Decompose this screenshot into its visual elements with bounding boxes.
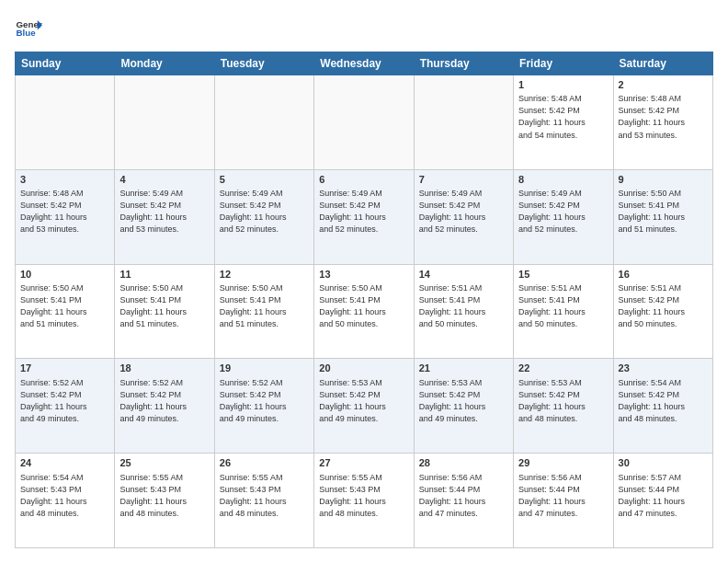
- calendar-cell: 21Sunrise: 5:53 AM Sunset: 5:42 PM Dayli…: [414, 359, 513, 454]
- day-info: Sunrise: 5:52 AM Sunset: 5:42 PM Dayligh…: [119, 377, 209, 425]
- day-number: 2: [619, 78, 708, 92]
- day-number: 18: [119, 362, 209, 375]
- day-number: 25: [119, 456, 209, 470]
- calendar-cell: 6Sunrise: 5:49 AM Sunset: 5:42 PM Daylig…: [314, 169, 414, 264]
- calendar-cell: 25Sunrise: 5:55 AM Sunset: 5:43 PM Dayli…: [115, 454, 214, 548]
- calendar-table: SundayMondayTuesdayWednesdayThursdayFrid…: [15, 52, 713, 548]
- calendar-cell: 22Sunrise: 5:53 AM Sunset: 5:42 PM Dayli…: [514, 359, 613, 454]
- day-info: Sunrise: 5:48 AM Sunset: 5:42 PM Dayligh…: [20, 188, 109, 236]
- calendar-week-row: 1Sunrise: 5:48 AM Sunset: 5:42 PM Daylig…: [16, 75, 713, 170]
- calendar-cell: 8Sunrise: 5:49 AM Sunset: 5:42 PM Daylig…: [514, 169, 613, 264]
- page-header: General Blue: [15, 15, 713, 42]
- weekday-header-monday: Monday: [115, 52, 214, 75]
- day-info: Sunrise: 5:56 AM Sunset: 5:44 PM Dayligh…: [419, 472, 508, 520]
- day-info: Sunrise: 5:54 AM Sunset: 5:43 PM Dayligh…: [20, 472, 109, 520]
- calendar-cell: 20Sunrise: 5:53 AM Sunset: 5:42 PM Dayli…: [314, 359, 414, 454]
- day-number: 11: [119, 268, 209, 282]
- calendar-cell: 7Sunrise: 5:49 AM Sunset: 5:42 PM Daylig…: [414, 169, 513, 264]
- calendar-cell: 30Sunrise: 5:57 AM Sunset: 5:44 PM Dayli…: [613, 454, 712, 548]
- calendar-cell: 27Sunrise: 5:55 AM Sunset: 5:43 PM Dayli…: [314, 454, 414, 548]
- day-number: 16: [619, 268, 708, 282]
- day-info: Sunrise: 5:53 AM Sunset: 5:42 PM Dayligh…: [419, 377, 508, 425]
- day-info: Sunrise: 5:55 AM Sunset: 5:43 PM Dayligh…: [119, 472, 209, 520]
- weekday-header-sunday: Sunday: [16, 52, 115, 75]
- day-number: 17: [20, 362, 109, 375]
- day-info: Sunrise: 5:50 AM Sunset: 5:41 PM Dayligh…: [20, 282, 109, 330]
- day-info: Sunrise: 5:53 AM Sunset: 5:42 PM Dayligh…: [319, 377, 408, 425]
- day-number: 28: [419, 456, 508, 470]
- svg-text:Blue: Blue: [17, 28, 37, 38]
- calendar-cell: 18Sunrise: 5:52 AM Sunset: 5:42 PM Dayli…: [115, 359, 214, 454]
- calendar-cell: 10Sunrise: 5:50 AM Sunset: 5:41 PM Dayli…: [16, 264, 115, 359]
- day-number: 6: [319, 173, 408, 187]
- calendar-cell: [16, 75, 115, 170]
- day-info: Sunrise: 5:51 AM Sunset: 5:42 PM Dayligh…: [619, 282, 708, 330]
- day-number: 27: [319, 456, 408, 470]
- day-number: 15: [518, 268, 608, 282]
- weekday-header-tuesday: Tuesday: [214, 52, 313, 75]
- calendar-cell: 11Sunrise: 5:50 AM Sunset: 5:41 PM Dayli…: [115, 264, 214, 359]
- day-info: Sunrise: 5:48 AM Sunset: 5:42 PM Dayligh…: [619, 93, 708, 141]
- calendar-cell: 3Sunrise: 5:48 AM Sunset: 5:42 PM Daylig…: [16, 169, 115, 264]
- day-info: Sunrise: 5:51 AM Sunset: 5:41 PM Dayligh…: [419, 282, 508, 330]
- weekday-header-saturday: Saturday: [613, 52, 712, 75]
- calendar-cell: 28Sunrise: 5:56 AM Sunset: 5:44 PM Dayli…: [414, 454, 513, 548]
- calendar-cell: [214, 75, 313, 170]
- day-info: Sunrise: 5:50 AM Sunset: 5:41 PM Dayligh…: [319, 282, 408, 330]
- calendar-header-row: SundayMondayTuesdayWednesdayThursdayFrid…: [16, 52, 713, 75]
- day-info: Sunrise: 5:55 AM Sunset: 5:43 PM Dayligh…: [220, 472, 309, 520]
- day-info: Sunrise: 5:53 AM Sunset: 5:42 PM Dayligh…: [518, 377, 608, 425]
- day-info: Sunrise: 5:50 AM Sunset: 5:41 PM Dayligh…: [220, 282, 309, 330]
- weekday-header-thursday: Thursday: [414, 52, 513, 75]
- calendar-cell: [314, 75, 414, 170]
- day-number: 24: [20, 456, 109, 470]
- day-number: 4: [119, 173, 209, 187]
- day-number: 22: [518, 362, 608, 375]
- calendar-cell: 12Sunrise: 5:50 AM Sunset: 5:41 PM Dayli…: [214, 264, 313, 359]
- day-number: 21: [419, 362, 508, 375]
- day-info: Sunrise: 5:49 AM Sunset: 5:42 PM Dayligh…: [518, 188, 608, 236]
- day-number: 30: [619, 456, 708, 470]
- day-info: Sunrise: 5:57 AM Sunset: 5:44 PM Dayligh…: [619, 472, 708, 520]
- day-info: Sunrise: 5:49 AM Sunset: 5:42 PM Dayligh…: [220, 188, 309, 236]
- calendar-cell: 16Sunrise: 5:51 AM Sunset: 5:42 PM Dayli…: [613, 264, 712, 359]
- day-info: Sunrise: 5:54 AM Sunset: 5:42 PM Dayligh…: [619, 377, 708, 425]
- calendar-week-row: 3Sunrise: 5:48 AM Sunset: 5:42 PM Daylig…: [16, 169, 713, 264]
- calendar-week-row: 17Sunrise: 5:52 AM Sunset: 5:42 PM Dayli…: [16, 359, 713, 454]
- weekday-header-wednesday: Wednesday: [314, 52, 414, 75]
- day-info: Sunrise: 5:52 AM Sunset: 5:42 PM Dayligh…: [220, 377, 309, 425]
- calendar-cell: 24Sunrise: 5:54 AM Sunset: 5:43 PM Dayli…: [16, 454, 115, 548]
- day-number: 5: [220, 173, 309, 187]
- day-number: 26: [220, 456, 309, 470]
- day-info: Sunrise: 5:52 AM Sunset: 5:42 PM Dayligh…: [20, 377, 109, 425]
- day-info: Sunrise: 5:50 AM Sunset: 5:41 PM Dayligh…: [119, 282, 209, 330]
- day-info: Sunrise: 5:49 AM Sunset: 5:42 PM Dayligh…: [319, 188, 408, 236]
- logo-icon: General Blue: [15, 15, 42, 42]
- calendar-week-row: 24Sunrise: 5:54 AM Sunset: 5:43 PM Dayli…: [16, 454, 713, 548]
- calendar-cell: 13Sunrise: 5:50 AM Sunset: 5:41 PM Dayli…: [314, 264, 414, 359]
- calendar-cell: 14Sunrise: 5:51 AM Sunset: 5:41 PM Dayli…: [414, 264, 513, 359]
- logo: General Blue: [15, 15, 42, 42]
- day-number: 19: [220, 362, 309, 375]
- calendar-cell: [115, 75, 214, 170]
- calendar-cell: 26Sunrise: 5:55 AM Sunset: 5:43 PM Dayli…: [214, 454, 313, 548]
- day-number: 1: [518, 78, 608, 92]
- calendar-cell: 15Sunrise: 5:51 AM Sunset: 5:41 PM Dayli…: [514, 264, 613, 359]
- day-number: 29: [518, 456, 608, 470]
- calendar-week-row: 10Sunrise: 5:50 AM Sunset: 5:41 PM Dayli…: [16, 264, 713, 359]
- calendar-cell: 2Sunrise: 5:48 AM Sunset: 5:42 PM Daylig…: [613, 75, 712, 170]
- day-info: Sunrise: 5:56 AM Sunset: 5:44 PM Dayligh…: [518, 472, 608, 520]
- calendar-cell: 29Sunrise: 5:56 AM Sunset: 5:44 PM Dayli…: [514, 454, 613, 548]
- calendar-cell: 1Sunrise: 5:48 AM Sunset: 5:42 PM Daylig…: [514, 75, 613, 170]
- calendar-cell: 17Sunrise: 5:52 AM Sunset: 5:42 PM Dayli…: [16, 359, 115, 454]
- day-info: Sunrise: 5:49 AM Sunset: 5:42 PM Dayligh…: [119, 188, 209, 236]
- day-info: Sunrise: 5:48 AM Sunset: 5:42 PM Dayligh…: [518, 93, 608, 141]
- calendar-cell: 9Sunrise: 5:50 AM Sunset: 5:41 PM Daylig…: [613, 169, 712, 264]
- day-number: 13: [319, 268, 408, 282]
- day-number: 8: [518, 173, 608, 187]
- day-number: 3: [20, 173, 109, 187]
- day-info: Sunrise: 5:51 AM Sunset: 5:41 PM Dayligh…: [518, 282, 608, 330]
- calendar-cell: 19Sunrise: 5:52 AM Sunset: 5:42 PM Dayli…: [214, 359, 313, 454]
- day-number: 20: [319, 362, 408, 375]
- day-info: Sunrise: 5:49 AM Sunset: 5:42 PM Dayligh…: [419, 188, 508, 236]
